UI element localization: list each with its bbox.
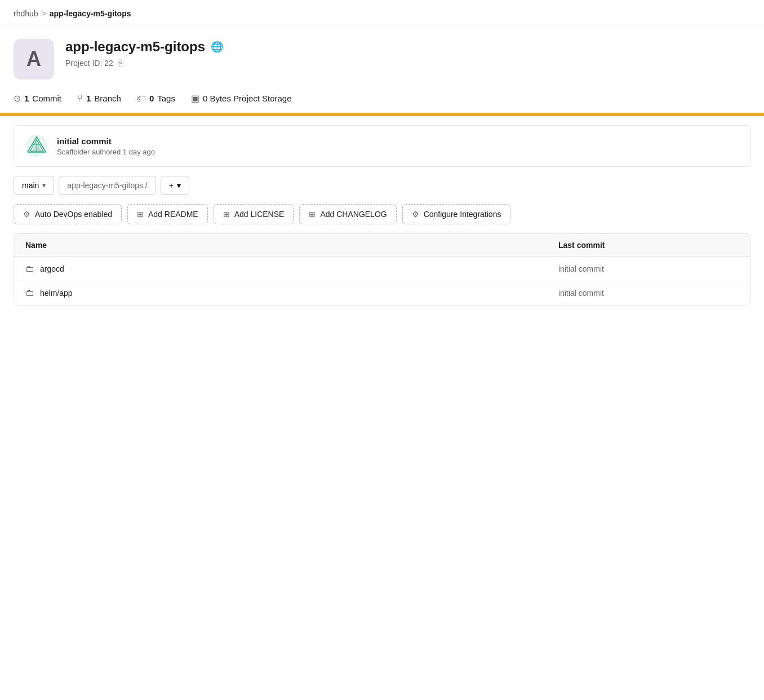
add-license-button[interactable]: ⊞ Add LICENSE [214,204,294,224]
project-id-row: Project ID: 22 ⎘ [65,58,223,68]
plus-icon: + [169,181,174,190]
commits-label: Commit [32,94,61,103]
progress-bar [0,113,764,116]
commit-info: initial commit Scaffolder authored 1 day… [57,136,155,156]
stat-storage: ▣ 0 Bytes Project Storage [191,93,292,104]
folder-icon-2: 🗀 [25,288,34,298]
stat-branches[interactable]: ⑂ 1 Branch [77,94,121,104]
copy-id-icon[interactable]: ⎘ [118,58,123,68]
last-commit-helm: initial commit [558,289,739,298]
table-row: 🗀 helm/app initial commit [14,281,750,305]
project-avatar: A [14,39,54,79]
branch-chevron-icon: ▾ [42,181,46,189]
storage-icon: ▣ [191,93,199,104]
add-changelog-label: Add CHANGELOG [320,210,387,219]
folder-icon: 🗀 [25,264,34,274]
add-changelog-button[interactable]: ⊞ Add CHANGELOG [299,204,396,224]
tags-icon: 🏷 [137,94,146,104]
last-commit-argocd: initial commit [558,264,739,273]
repo-path: app-legacy-m5-gitops / [59,176,156,195]
commit-message[interactable]: initial commit [57,136,155,146]
project-name: app-legacy-m5-gitops [65,39,205,55]
file-name-helm: 🗀 helm/app [25,288,558,298]
file-table-header: Name Last commit [14,234,750,257]
commits-count: 1 [24,94,29,103]
add-license-label: Add LICENSE [234,210,285,219]
breadcrumb: rhdhub > app-legacy-m5-gitops [0,0,764,25]
project-title-row: app-legacy-m5-gitops 🌐 [65,39,223,55]
commit-panel: initial commit Scaffolder authored 1 day… [14,125,750,167]
project-info: app-legacy-m5-gitops 🌐 Project ID: 22 ⎘ [65,39,223,68]
file-table: Name Last commit 🗀 argocd initial commit… [14,233,750,305]
tags-count: 0 [149,94,154,103]
stat-commits[interactable]: ⊙ 1 Commit [14,93,61,104]
stats-bar: ⊙ 1 Commit ⑂ 1 Branch 🏷 0 Tags ▣ 0 Bytes… [0,88,764,113]
add-readme-label: Add README [148,210,198,219]
project-id-label: Project ID: 22 [65,59,113,68]
plus-square-icon-3: ⊞ [309,210,316,219]
project-header: A app-legacy-m5-gitops 🌐 Project ID: 22 … [0,25,764,88]
file-name-argocd: 🗀 argocd [25,264,558,274]
branches-label: Branch [94,94,121,103]
plus-square-icon: ⊞ [137,210,144,219]
col-last-commit-label: Last commit [558,241,739,250]
configure-integrations-label: Configure Integrations [424,210,501,219]
table-row: 🗀 argocd initial commit [14,257,750,281]
globe-icon: 🌐 [211,41,223,53]
branches-icon: ⑂ [77,94,83,104]
branch-name: main [22,181,39,190]
repo-nav: main ▾ app-legacy-m5-gitops / + ▾ [14,176,750,195]
breadcrumb-parent[interactable]: rhdhub [14,9,38,18]
breadcrumb-separator: > [42,9,46,18]
actions-row: ⚙ Auto DevOps enabled ⊞ Add README ⊞ Add… [14,204,750,224]
configure-integrations-button[interactable]: ⚙ Configure Integrations [402,204,511,224]
plus-square-icon-2: ⊞ [223,210,230,219]
stat-tags[interactable]: 🏷 0 Tags [137,94,175,104]
gear-icon-2: ⚙ [412,210,419,219]
storage-label: 0 Bytes Project Storage [203,94,292,103]
gear-icon: ⚙ [23,210,30,219]
add-file-button[interactable]: + ▾ [161,176,189,195]
breadcrumb-current: app-legacy-m5-gitops [50,9,131,18]
auto-devops-button[interactable]: ⚙ Auto DevOps enabled [14,204,122,224]
tags-label: Tags [157,94,175,103]
col-name-label: Name [25,241,558,250]
add-chevron-icon: ▾ [177,181,181,190]
file-link-helm[interactable]: helm/app [40,289,73,298]
auto-devops-label: Auto DevOps enabled [35,210,112,219]
branches-count: 1 [86,94,91,103]
commit-meta: Scaffolder authored 1 day ago [57,148,155,156]
commits-icon: ⊙ [14,93,21,104]
add-readme-button[interactable]: ⊞ Add README [127,204,208,224]
scaffolder-logo [26,136,47,156]
branch-selector[interactable]: main ▾ [14,176,54,195]
file-link-argocd[interactable]: argocd [40,264,64,273]
commit-author-avatar [25,135,48,157]
